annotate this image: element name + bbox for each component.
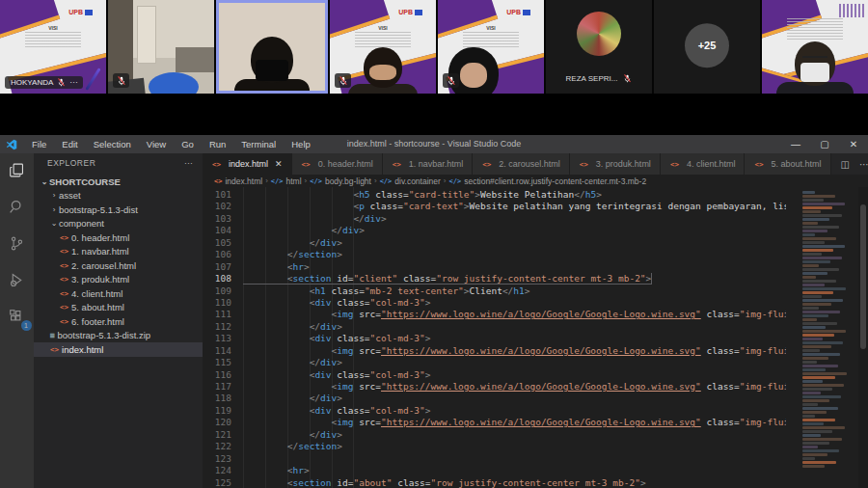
participant-tile[interactable]: [108, 0, 214, 94]
code-line-108[interactable]: 108 <section id="client" class="row just…: [203, 273, 786, 285]
code-line-117[interactable]: 117 <img src="https://www.logo.wine/a/lo…: [203, 381, 786, 393]
participant-tile[interactable]: UPB VISI HOKYANDA ⋯: [0, 0, 106, 94]
tree-item-1-navbar-html[interactable]: <>1. navbar.html: [34, 245, 203, 259]
source-control-icon[interactable]: [7, 232, 28, 254]
line-number: 113: [203, 333, 231, 344]
participant-tile[interactable]: UPB VISI: [438, 0, 544, 94]
breadcrumb-item[interactable]: </>html: [271, 176, 302, 186]
html-file-icon: <>: [60, 233, 68, 242]
tab-1-navbar-html[interactable]: <>1. navbar.html: [383, 153, 474, 175]
scrollbar-thumb[interactable]: [860, 204, 866, 349]
code-line-119[interactable]: 119 <div class="col-md-3">: [203, 405, 786, 417]
code-line-114[interactable]: 114 <img src="https://www.logo.wine/a/lo…: [203, 345, 786, 357]
more-options-icon[interactable]: ⋯: [69, 78, 77, 87]
explorer-more-actions-icon[interactable]: ⋯: [184, 158, 193, 168]
tab-0-header-html[interactable]: <>0. header.html: [292, 153, 383, 175]
tab-index-html[interactable]: <>index.html✕: [203, 153, 292, 175]
explorer-icon[interactable]: [7, 159, 28, 180]
code-line-122[interactable]: 122 </section>: [203, 441, 786, 452]
menu-selection[interactable]: Selection: [87, 137, 138, 151]
search-icon[interactable]: [7, 196, 28, 217]
code-line-121[interactable]: 121 </div>: [203, 429, 786, 441]
code-line-107[interactable]: 107 <hr>: [203, 261, 786, 273]
tree-item-label: index.html: [62, 344, 103, 355]
participant-tile[interactable]: [762, 0, 868, 94]
tree-item-bootstrap-5-1-3-dist-zip[interactable]: ▦bootstrap-5.1.3-dist.zip: [34, 329, 203, 343]
code-line-116[interactable]: 116 <div class="col-md-3">: [203, 369, 786, 381]
tree-item-bootstrap-5-1-3-dist[interactable]: ›bootstrap-5.1.3-dist: [34, 203, 203, 217]
line-number: 121: [203, 429, 231, 441]
code-line-109[interactable]: 109 <h1 class="mb-2 text-center">Client<…: [203, 285, 786, 297]
menu-help[interactable]: Help: [285, 137, 317, 151]
participant-tile[interactable]: REZA SEPRI...: [546, 0, 652, 94]
participant-tile[interactable]: UPB VISI: [330, 0, 436, 94]
menu-terminal[interactable]: Terminal: [234, 137, 283, 151]
code-line-104[interactable]: 104 </div>: [203, 225, 786, 236]
tree-item-5-about-html[interactable]: <>5. about.html: [34, 301, 203, 315]
menu-go[interactable]: Go: [175, 137, 201, 151]
participant-overflow-tile[interactable]: +25: [654, 0, 760, 94]
code-line-115[interactable]: 115 </div>: [203, 357, 786, 368]
tree-item-component[interactable]: ⌄component: [34, 217, 203, 231]
extensions-icon[interactable]: 1: [7, 306, 28, 327]
breadcrumb-item[interactable]: <>index.html: [214, 176, 262, 186]
code-line-111[interactable]: 111 <img src="https://www.logo.wine/a/lo…: [203, 309, 786, 320]
code-line-105[interactable]: 105 </div>: [203, 237, 786, 249]
code-line-125[interactable]: 125 <section id="about" class="row justi…: [203, 477, 786, 488]
menu-edit[interactable]: Edit: [55, 137, 84, 151]
tab-3-produk-html[interactable]: <>3. produk.html: [570, 153, 661, 175]
code-line-103[interactable]: 103 </div>: [203, 213, 786, 225]
editor-more-actions-icon[interactable]: ⋯: [859, 159, 868, 170]
zip-file-icon: ▦: [50, 331, 55, 339]
tab-close-icon[interactable]: ✕: [275, 159, 283, 169]
minimap[interactable]: [799, 187, 854, 488]
tree-item-3-produk-html[interactable]: <>3. produk.html: [34, 273, 203, 287]
code-text: <div class="col-md-3">: [243, 333, 431, 344]
minimize-button[interactable]: —: [781, 135, 810, 153]
tree-item-label: 5. about.html: [71, 302, 124, 312]
tab-5-about-html[interactable]: <>5. about.html: [745, 153, 830, 175]
code-line-118[interactable]: 118 </div>: [203, 393, 786, 404]
code-line-106[interactable]: 106 </section>: [203, 249, 786, 260]
restore-button[interactable]: ▢: [810, 135, 839, 153]
tree-item-0-header-html[interactable]: <>0. header.html: [34, 230, 203, 245]
editor-scrollbar[interactable]: [858, 187, 868, 488]
menu-view[interactable]: View: [140, 137, 173, 151]
line-number: 110: [203, 297, 231, 309]
breadcrumb-item[interactable]: </>section#client.row.justify-content-ce…: [449, 176, 647, 186]
code-line-123[interactable]: 123: [203, 453, 786, 465]
menu-file[interactable]: File: [25, 137, 53, 151]
tree-item-6-footer-html[interactable]: <>6. footer.html: [34, 314, 203, 329]
code-text: <div class="col-md-3">: [243, 369, 431, 381]
code-line-102[interactable]: 102 <p class="card-text">Website pelatih…: [203, 201, 786, 212]
run-debug-icon[interactable]: [7, 269, 28, 290]
tree-item-asset[interactable]: ›asset: [34, 189, 203, 203]
upb-logo: UPB: [68, 9, 93, 15]
code-line-110[interactable]: 110 <div class="col-md-3">: [203, 297, 786, 309]
code-line-120[interactable]: 120 <img src="https://www.logo.wine/a/lo…: [203, 417, 786, 428]
tree-item-2-carousel-html[interactable]: <>2. carousel.html: [34, 258, 203, 273]
split-editor-icon[interactable]: ◫: [841, 159, 850, 170]
code-line-113[interactable]: 113 <div class="col-md-3">: [203, 333, 786, 344]
vscode-logo-icon: [6, 139, 17, 150]
tree-item-4-client-html[interactable]: <>4. client.html: [34, 286, 203, 301]
tab-2-carousel-html[interactable]: <>2. carousel.html: [473, 153, 570, 175]
breadcrumb-item[interactable]: </>body.bg-light: [310, 176, 371, 186]
code-line-101[interactable]: 101 <h5 class="card-title">Website Pelat…: [203, 189, 786, 201]
code-line-112[interactable]: 112 </div>: [203, 321, 786, 333]
titlebar: File Edit Selection View Go Run Terminal…: [0, 135, 868, 153]
activity-bar: 1: [0, 153, 34, 488]
breadcrumb-item[interactable]: </>div.container: [380, 176, 441, 186]
tree-item-shortcourse[interactable]: ⌄SHORTCOURSE: [34, 175, 203, 189]
code-line-124[interactable]: 124 <hr>: [203, 465, 786, 476]
tab-4-client-html[interactable]: <>4. client.html: [661, 153, 746, 175]
menu-run[interactable]: Run: [203, 137, 232, 151]
tree-item-label: asset: [59, 190, 81, 201]
code-editor[interactable]: 101 <h5 class="card-title">Website Pelat…: [203, 187, 868, 488]
tree-item-index-html[interactable]: <>index.html: [34, 342, 203, 357]
code-text: <img src="https://www.logo.wine/a/logo/G…: [243, 381, 786, 393]
close-button[interactable]: ✕: [839, 135, 868, 153]
participant-tile-active-speaker[interactable]: [216, 0, 328, 94]
tree-item-label: component: [59, 218, 104, 229]
overflow-count-badge[interactable]: +25: [685, 23, 729, 68]
